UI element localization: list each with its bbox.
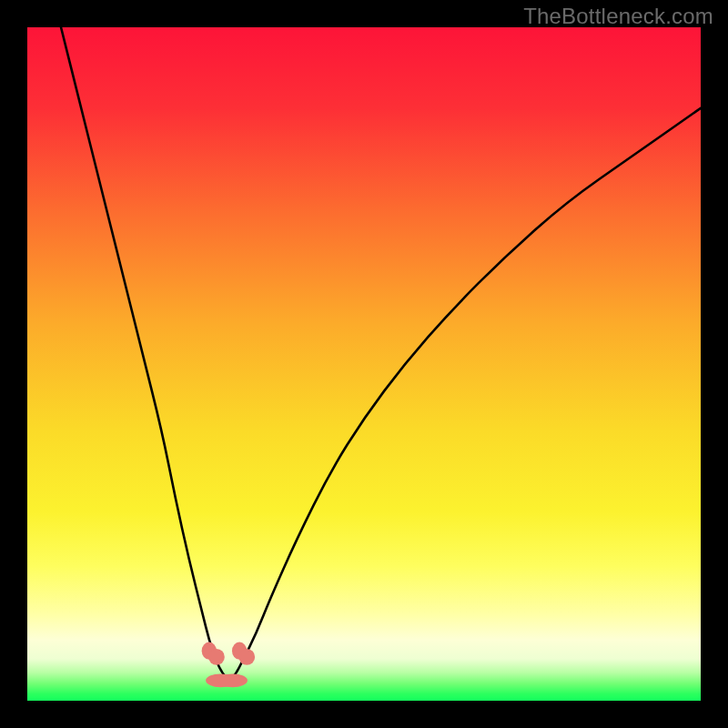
bottleneck-curve	[61, 27, 701, 679]
svg-point-6	[238, 649, 255, 665]
marker-layer	[202, 642, 255, 688]
marker-left-cluster	[202, 642, 225, 665]
watermark-text: TheBottleneck.com	[523, 4, 713, 29]
svg-point-4	[217, 673, 248, 687]
marker-right-cluster	[232, 642, 255, 665]
outer-frame: TheBottleneck.com	[0, 0, 728, 728]
curve-layer	[27, 27, 701, 701]
svg-point-2	[208, 649, 225, 665]
marker-bottom-cluster	[206, 673, 248, 687]
plot-area	[27, 27, 701, 701]
